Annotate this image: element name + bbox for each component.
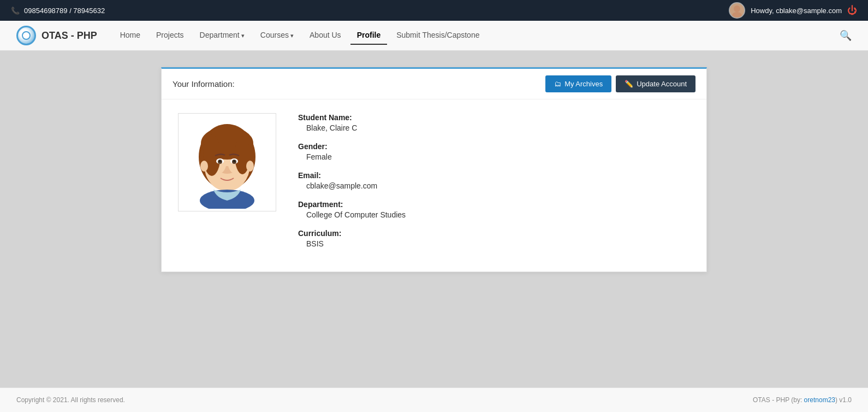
- edit-icon: ✏️: [625, 80, 633, 88]
- card-title: Your Information:: [173, 79, 235, 89]
- card-body: Student Name: Blake, Claire C Gender: Fe…: [162, 99, 706, 272]
- profile-info: Student Name: Blake, Claire C Gender: Fe…: [298, 113, 690, 258]
- user-avatar: [729, 2, 745, 19]
- search-icon[interactable]: 🔍: [840, 30, 852, 42]
- department-row: Department: College Of Computer Studies: [298, 200, 690, 219]
- email-label: Email:: [298, 171, 690, 180]
- update-label: Update Account: [637, 80, 687, 88]
- user-greeting: Howdy, cblake@sample.com: [751, 7, 842, 15]
- footer: Copyright © 2021. All rights reserved. O…: [0, 387, 868, 412]
- nav-links: Home Projects Department Courses About U…: [114, 26, 840, 45]
- brand-name: OTAS - PHP: [41, 30, 97, 42]
- update-account-button[interactable]: ✏️ Update Account: [616, 75, 695, 92]
- profile-avatar: [178, 113, 276, 211]
- svg-point-0: [734, 5, 740, 12]
- navbar: OTAS - PHP Home Projects Department Cour…: [0, 21, 868, 51]
- main-content: Your Information: 🗂 My Archives ✏️ Updat…: [0, 51, 868, 289]
- nav-about[interactable]: About Us: [303, 26, 348, 45]
- email-row: Email: cblake@sample.com: [298, 171, 690, 190]
- nav-courses[interactable]: Courses: [254, 26, 300, 45]
- nav-home[interactable]: Home: [114, 26, 147, 45]
- svg-point-14: [219, 160, 221, 162]
- curriculum-label: Curriculum:: [298, 229, 690, 238]
- brand-logo-inner: [22, 31, 31, 40]
- nav-profile[interactable]: Profile: [350, 26, 388, 45]
- header-buttons: 🗂 My Archives ✏️ Update Account: [545, 75, 695, 92]
- nav-submit-thesis[interactable]: Submit Thesis/Capstone: [390, 26, 486, 45]
- navbar-brand[interactable]: OTAS - PHP: [16, 26, 97, 45]
- gender-label: Gender:: [298, 142, 690, 151]
- svg-point-15: [233, 160, 235, 162]
- footer-info: OTAS - PHP (by: oretnom23) v1.0: [753, 396, 852, 404]
- top-bar: 📞 09854698789 / 78945632 Howdy, cblake@s…: [0, 0, 868, 21]
- card-header: Your Information: 🗂 My Archives ✏️ Updat…: [162, 69, 706, 99]
- brand-logo: [16, 26, 36, 45]
- department-label: Department:: [298, 200, 690, 209]
- gender-row: Gender: Female: [298, 142, 690, 161]
- archive-icon: 🗂: [554, 80, 561, 88]
- top-bar-left: 📞 09854698789 / 78945632: [11, 7, 105, 15]
- nav-projects[interactable]: Projects: [150, 26, 191, 45]
- footer-copyright: Copyright © 2021. All rights reserved.: [16, 396, 125, 404]
- my-archives-button[interactable]: 🗂 My Archives: [545, 75, 611, 92]
- svg-point-8: [200, 161, 208, 172]
- curriculum-row: Curriculum: BSIS: [298, 229, 690, 248]
- logout-button[interactable]: ⏻: [847, 5, 857, 16]
- footer-author-link[interactable]: oretnom23: [804, 396, 835, 404]
- phone-number: 09854698789 / 78945632: [24, 7, 105, 15]
- archives-label: My Archives: [564, 80, 603, 88]
- svg-point-9: [246, 161, 254, 172]
- department-value: College Of Computer Studies: [298, 210, 690, 219]
- profile-card: Your Information: 🗂 My Archives ✏️ Updat…: [161, 67, 707, 272]
- curriculum-value: BSIS: [298, 239, 690, 248]
- svg-point-1: [732, 12, 742, 17]
- phone-icon: 📞: [11, 7, 20, 15]
- nav-department[interactable]: Department: [193, 26, 251, 45]
- top-bar-right: Howdy, cblake@sample.com ⏻: [729, 2, 857, 19]
- email-value: cblake@sample.com: [298, 181, 690, 190]
- student-name-value: Blake, Claire C: [298, 123, 690, 132]
- gender-value: Female: [298, 152, 690, 161]
- student-name-label: Student Name:: [298, 113, 690, 122]
- student-name-row: Student Name: Blake, Claire C: [298, 113, 690, 132]
